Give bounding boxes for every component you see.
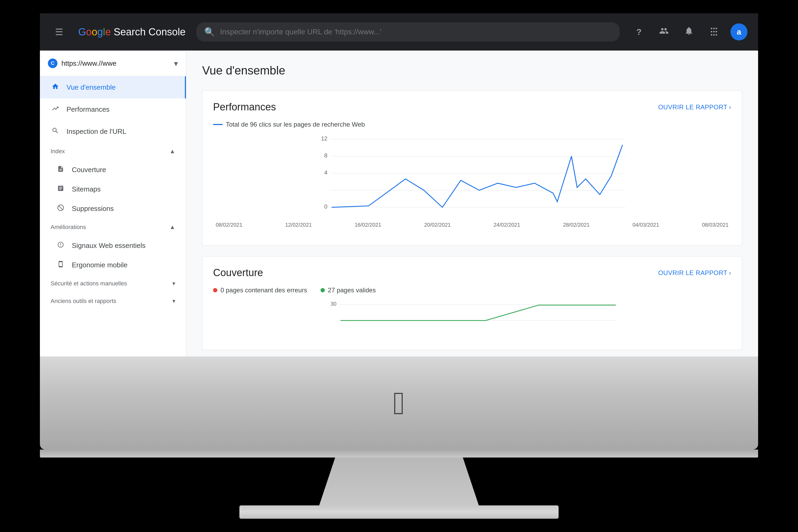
help-icon: ? xyxy=(636,27,642,37)
nav-label-suppressions: Suppressions xyxy=(72,205,114,213)
section-ameliorations-chevron: ▲ xyxy=(169,224,175,231)
mac-chin xyxy=(40,450,758,457)
help-button[interactable]: ? xyxy=(630,23,647,40)
section-ameliorations-label: Améliorations xyxy=(51,224,86,231)
content-area: Vue d'ensemble Performances OUVRIR LE RA… xyxy=(186,51,758,359)
apple-logo:  xyxy=(393,385,405,421)
nav-label-vue-ensemble: Vue d'ensemble xyxy=(66,83,116,92)
top-icons: ? xyxy=(630,23,747,40)
couverture-chart-svg: 30 xyxy=(213,299,731,339)
grid-button[interactable] xyxy=(705,23,722,40)
section-anciens-outils-chevron: ▾ xyxy=(172,298,175,305)
nav-item-signaux-web[interactable]: Signaux Web essentiels xyxy=(40,236,186,255)
performances-legend-item: Total de 96 clics sur les pages de reche… xyxy=(213,121,365,128)
mac-base xyxy=(240,506,558,519)
couverture-report-link[interactable]: OUVRIR LE RAPPORT › xyxy=(658,269,731,277)
ergonomie-icon xyxy=(56,261,65,269)
section-securite[interactable]: Sécurité et actions manuelles ▾ xyxy=(40,275,186,292)
legend-valid: 27 pages valides xyxy=(321,286,376,294)
nav-label-inspection: Inspection de l'URL xyxy=(66,128,126,136)
top-bar: ☰ Google Search Console 🔍 ? xyxy=(40,13,758,51)
site-url: https://www.//wwe xyxy=(61,59,170,68)
sidebar: C https://www.//wwe ▾ Vue d'ensemble xyxy=(40,51,186,359)
couverture-title: Couverture xyxy=(213,267,263,279)
main-layout: C https://www.//wwe ▾ Vue d'ensemble xyxy=(40,51,758,359)
errors-dot xyxy=(213,288,217,292)
couverture-chart: 30 xyxy=(213,299,731,339)
couverture-chevron-icon: › xyxy=(729,269,732,277)
svg-text:0: 0 xyxy=(324,204,327,210)
sitemaps-icon xyxy=(56,185,65,194)
home-icon xyxy=(51,83,60,92)
chart-x-labels: 08/02/2021 12/02/2021 16/02/2021 20/02/2… xyxy=(213,222,731,228)
avatar-button[interactable]: a xyxy=(730,23,747,40)
nav-item-sitemaps[interactable]: Sitemaps xyxy=(40,179,186,199)
site-favicon: C xyxy=(48,58,57,68)
nav-item-couverture[interactable]: Couverture xyxy=(40,160,186,179)
hamburger-menu[interactable]: ☰ xyxy=(51,23,68,40)
suppressions-icon xyxy=(56,204,65,213)
performances-title: Performances xyxy=(213,101,276,113)
site-selector[interactable]: C https://www.//wwe ▾ xyxy=(40,51,186,76)
nav-item-ergonomie[interactable]: Ergonomie mobile xyxy=(40,255,186,275)
performances-card-header: Performances OUVRIR LE RAPPORT › xyxy=(213,101,731,113)
performances-chart-svg: 12 8 4 0 xyxy=(213,134,731,218)
section-index[interactable]: Index ▲ xyxy=(40,142,186,160)
bell-icon xyxy=(684,26,694,38)
nav-label-ergonomie: Ergonomie mobile xyxy=(72,261,128,269)
section-anciens-outils-label: Anciens outils et rapports xyxy=(51,298,116,305)
performances-card: Performances OUVRIR LE RAPPORT › Total d… xyxy=(202,91,742,246)
performances-report-link[interactable]: OUVRIR LE RAPPORT › xyxy=(658,103,731,111)
dropdown-icon: ▾ xyxy=(174,59,178,68)
nav-label-performances: Performances xyxy=(66,105,110,114)
nav-item-vue-ensemble[interactable]: Vue d'ensemble xyxy=(40,76,186,98)
section-securite-chevron: ▾ xyxy=(172,280,175,287)
signaux-web-icon xyxy=(56,241,65,250)
nav-label-sitemaps: Sitemaps xyxy=(72,185,100,193)
app-window: ☰ Google Search Console 🔍 ? xyxy=(40,13,758,359)
performances-icon xyxy=(51,105,60,114)
search-input[interactable] xyxy=(220,28,612,36)
section-anciens-outils[interactable]: Anciens outils et rapports ▾ xyxy=(40,292,186,310)
chevron-right-icon: › xyxy=(729,103,732,111)
svg-text:8: 8 xyxy=(324,152,327,159)
nav-item-suppressions[interactable]: Suppressions xyxy=(40,199,186,218)
mac-neck xyxy=(319,457,479,506)
search-bar[interactable]: 🔍 xyxy=(196,22,620,41)
couverture-icon xyxy=(56,166,65,174)
svg-line-1 xyxy=(58,206,62,210)
nav-item-performances[interactable]: Performances xyxy=(40,98,186,120)
users-icon xyxy=(659,26,669,38)
notifications-button[interactable] xyxy=(680,23,698,40)
performances-legend-line xyxy=(213,124,223,125)
url-inspection-icon xyxy=(51,127,60,136)
couverture-card-header: Couverture OUVRIR LE RAPPORT › xyxy=(213,267,731,279)
nav-label-couverture: Couverture xyxy=(72,166,106,174)
section-securite-label: Sécurité et actions manuelles xyxy=(51,280,127,287)
couverture-card: Couverture OUVRIR LE RAPPORT › 0 pages c… xyxy=(202,256,742,350)
svg-text:30: 30 xyxy=(331,301,337,307)
page-title: Vue d'ensemble xyxy=(202,64,742,77)
performances-legend: Total de 96 clics sur les pages de reche… xyxy=(213,121,731,128)
legend-errors: 0 pages contenant des erreurs xyxy=(213,286,307,294)
couverture-legend: 0 pages contenant des erreurs 27 pages v… xyxy=(213,286,731,294)
nav-item-inspection-url[interactable]: Inspection de l'URL xyxy=(40,120,186,142)
svg-text:4: 4 xyxy=(324,169,327,176)
section-index-chevron: ▲ xyxy=(169,148,175,155)
avatar-label: a xyxy=(737,27,741,36)
users-button[interactable] xyxy=(656,23,672,40)
app-logo: Google Search Console xyxy=(78,26,186,38)
search-icon: 🔍 xyxy=(204,27,215,37)
grid-icon xyxy=(709,26,719,38)
valid-dot xyxy=(321,288,325,292)
mac-body:  xyxy=(40,357,758,450)
performances-chart: 12 8 4 0 08/02/2021 12/02/2021 16/02/202… xyxy=(213,134,731,234)
mac-stand:  xyxy=(40,357,758,519)
nav-label-signaux-web: Signaux Web essentiels xyxy=(72,242,146,250)
section-index-label: Index xyxy=(51,148,65,155)
section-ameliorations[interactable]: Améliorations ▲ xyxy=(40,218,186,236)
mac-neck-assembly xyxy=(240,457,558,519)
svg-text:12: 12 xyxy=(321,135,327,142)
